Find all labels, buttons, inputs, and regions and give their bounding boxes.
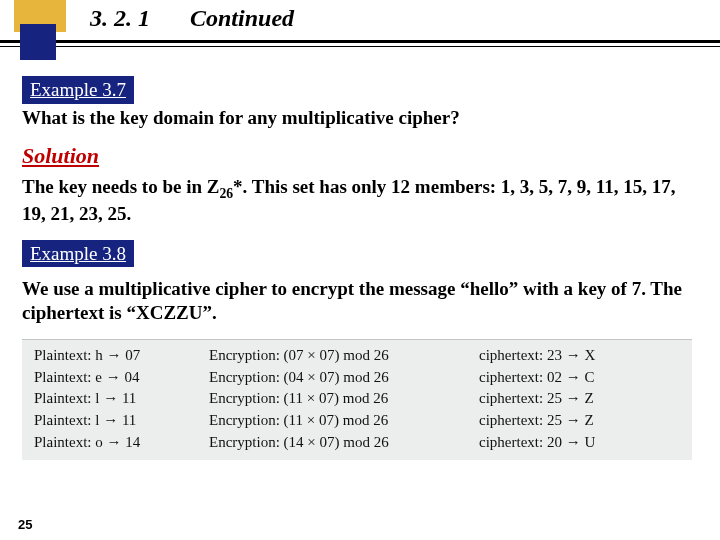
ciphertext-cell: ciphertext: 25 → Z (479, 389, 654, 408)
plaintext-cell: Plaintext: l → 11 (34, 389, 209, 408)
header-rule-thin (0, 46, 720, 47)
example-3-8-tag: Example 3.8 (22, 240, 134, 268)
ciphertext-cell: ciphertext: 23 → X (479, 346, 654, 365)
continued-label: Continued (190, 5, 294, 32)
plaintext-cell: Plaintext: l → 11 (34, 411, 209, 430)
plaintext-cell: Plaintext: e → 04 (34, 368, 209, 387)
navy-accent-block (20, 24, 56, 60)
encryption-cell: Encryption: (07 × 07) mod 26 (209, 346, 479, 365)
example-3-7-question: What is the key domain for any multiplic… (22, 106, 692, 130)
example-3-8-text: We use a multiplicative cipher to encryp… (22, 277, 692, 325)
plaintext-cell: Plaintext: o → 14 (34, 433, 209, 452)
slide-header: 3. 2. 1 Continued (0, 0, 720, 60)
computation-table: Plaintext: h → 07Encryption: (07 × 07) m… (22, 339, 692, 460)
slide-number: 25 (18, 517, 32, 532)
ciphertext-cell: ciphertext: 02 → C (479, 368, 654, 387)
ciphertext-cell: ciphertext: 20 → U (479, 433, 654, 452)
encryption-cell: Encryption: (11 × 07) mod 26 (209, 389, 479, 408)
example-3-7-tag: Example 3.7 (22, 76, 134, 104)
plaintext-cell: Plaintext: h → 07 (34, 346, 209, 365)
example-3-7-answer: The key needs to be in Z26*. This set ha… (22, 175, 692, 226)
ciphertext-cell: ciphertext: 25 → Z (479, 411, 654, 430)
solution-label: Solution (22, 142, 692, 170)
encryption-cell: Encryption: (11 × 07) mod 26 (209, 411, 479, 430)
encryption-cell: Encryption: (04 × 07) mod 26 (209, 368, 479, 387)
encryption-cell: Encryption: (14 × 07) mod 26 (209, 433, 479, 452)
header-rule-thick (0, 40, 720, 43)
slide-body: Example 3.7 What is the key domain for a… (0, 60, 720, 460)
section-number: 3. 2. 1 (90, 5, 150, 32)
